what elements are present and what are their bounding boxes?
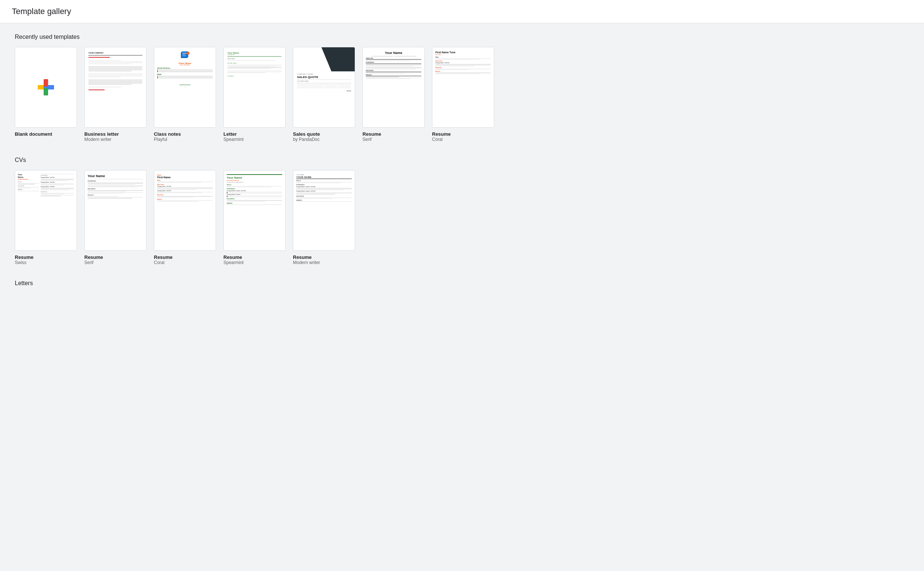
class-notes-preview: Class Notes Date: 09/14/2022 Social Scie… bbox=[154, 47, 216, 127]
cvs-grid: YourName Creative Director Skills Educat… bbox=[15, 170, 909, 265]
template-label-resume-coral: Resume bbox=[432, 131, 451, 137]
template-label-sales-quote: Sales quote bbox=[293, 131, 320, 137]
template-cv-swiss[interactable]: YourName Creative Director Skills Educat… bbox=[15, 170, 77, 265]
letters-section: Letters bbox=[15, 280, 909, 287]
template-thumb-sales-quote[interactable]: COMPANY NAME SALES QUOTE CUSTOMER NAME bbox=[293, 47, 355, 128]
template-sublabel-resume-coral: Coral bbox=[432, 137, 443, 142]
recently-used-grid: Blank document YOUR COMPANY bbox=[15, 47, 909, 142]
template-thumb-cv-coral[interactable]: ROLE First Name Skills Experience Compan… bbox=[154, 170, 216, 251]
template-resume-serif[interactable]: Your Name Objective Experience bbox=[363, 47, 425, 142]
svg-rect-8 bbox=[182, 53, 187, 54]
template-cv-spearmint[interactable]: Your Name Industrial Designer City, Stat… bbox=[224, 170, 285, 265]
page-title: Template gallery bbox=[12, 7, 912, 16]
template-sublabel-cv-swiss: Swiss bbox=[15, 260, 26, 265]
template-sublabel-cv-serif: Serif bbox=[84, 260, 94, 265]
template-label-cv-modern: Resume bbox=[293, 255, 312, 260]
template-thumb-resume-coral[interactable]: First Name Tune Job Title Skills Experie… bbox=[432, 47, 494, 128]
template-cv-serif[interactable]: Your Name EXPERIENCE EDUCATION bbox=[84, 170, 147, 265]
svg-rect-2 bbox=[44, 79, 48, 86]
template-thumb-business-letter[interactable]: YOUR COMPANY bbox=[84, 47, 147, 128]
template-label-cv-serif: Resume bbox=[84, 255, 103, 260]
recently-used-title: Recently used templates bbox=[15, 34, 909, 40]
recently-used-section: Recently used templates Blank document bbox=[15, 34, 909, 142]
template-label-business-letter: Business letter bbox=[84, 131, 119, 137]
template-thumb-cv-modern[interactable]: YOUR NAME YOUR NAME Skills Experience Co… bbox=[293, 170, 355, 251]
template-label-letter: Letter bbox=[224, 131, 237, 137]
template-sales-quote[interactable]: COMPANY NAME SALES QUOTE CUSTOMER NAME bbox=[293, 47, 355, 142]
cv-swiss-preview: YourName Creative Director Skills Educat… bbox=[15, 170, 77, 250]
main-content: Recently used templates Blank document bbox=[0, 23, 924, 310]
template-letter[interactable]: Your Name City, State ZIP Nancy Name Dea… bbox=[224, 47, 285, 142]
template-cv-modern[interactable]: YOUR NAME YOUR NAME Skills Experience Co… bbox=[293, 170, 355, 265]
svg-rect-10 bbox=[182, 56, 186, 56]
letter-preview: Your Name City, State ZIP Nancy Name Dea… bbox=[224, 47, 285, 127]
template-thumb-cv-swiss[interactable]: YourName Creative Director Skills Educat… bbox=[15, 170, 77, 251]
cv-modern-preview: YOUR NAME YOUR NAME Skills Experience Co… bbox=[293, 170, 355, 250]
svg-rect-5 bbox=[48, 85, 54, 90]
template-class-notes[interactable]: Class Notes Date: 09/14/2022 Social Scie… bbox=[154, 47, 216, 142]
letters-title: Letters bbox=[15, 280, 909, 287]
template-thumb-cv-spearmint[interactable]: Your Name Industrial Designer City, Stat… bbox=[224, 170, 285, 251]
cvs-section: CVs YourName Creative Director Skills Ed… bbox=[15, 157, 909, 265]
google-plus-icon bbox=[35, 77, 56, 98]
cv-spearmint-preview: Your Name Industrial Designer City, Stat… bbox=[224, 170, 285, 250]
template-thumb-cv-serif[interactable]: Your Name EXPERIENCE EDUCATION bbox=[84, 170, 147, 251]
resume-coral-preview: First Name Tune Job Title Skills Experie… bbox=[432, 47, 494, 127]
template-sublabel-cv-spearmint: Spearmint bbox=[224, 260, 244, 265]
template-label-cv-coral: Resume bbox=[154, 255, 173, 260]
template-business-letter[interactable]: YOUR COMPANY bbox=[84, 47, 147, 142]
template-sublabel-cv-modern: Modern writer bbox=[293, 260, 320, 265]
template-label-blank: Blank document bbox=[15, 131, 52, 137]
template-sublabel-cv-coral: Coral bbox=[154, 260, 165, 265]
template-label-resume-serif: Resume bbox=[363, 131, 381, 137]
template-sublabel-sales-quote: by PandaDoc bbox=[293, 137, 319, 142]
template-blank[interactable]: Blank document bbox=[15, 47, 77, 142]
template-thumb-resume-serif[interactable]: Your Name Objective Experience bbox=[363, 47, 425, 128]
template-sublabel-class-notes: Playful bbox=[154, 137, 167, 142]
template-thumb-class-notes[interactable]: Class Notes Date: 09/14/2022 Social Scie… bbox=[154, 47, 216, 128]
svg-point-12 bbox=[187, 52, 189, 54]
template-sublabel-letter: Spearmint bbox=[224, 137, 244, 142]
template-thumb-blank[interactable] bbox=[15, 47, 77, 128]
resume-serif-preview: Your Name Objective Experience bbox=[363, 47, 424, 127]
cv-serif-preview: Your Name EXPERIENCE EDUCATION bbox=[85, 170, 146, 250]
template-cv-coral[interactable]: ROLE First Name Skills Experience Compan… bbox=[154, 170, 216, 265]
business-letter-preview: YOUR COMPANY bbox=[85, 47, 146, 127]
template-sublabel-business-letter: Modern writer bbox=[84, 137, 111, 142]
svg-rect-4 bbox=[38, 85, 44, 90]
page-header: Template gallery bbox=[0, 0, 924, 23]
template-thumb-letter[interactable]: Your Name City, State ZIP Nancy Name Dea… bbox=[224, 47, 285, 128]
template-resume-coral[interactable]: First Name Tune Job Title Skills Experie… bbox=[432, 47, 494, 142]
template-sublabel-resume-serif: Serif bbox=[363, 137, 372, 142]
template-label-class-notes: Class notes bbox=[154, 131, 181, 137]
template-label-cv-spearmint: Resume bbox=[224, 255, 242, 260]
cv-coral-preview: ROLE First Name Skills Experience Compan… bbox=[154, 170, 216, 250]
svg-rect-9 bbox=[182, 54, 185, 55]
svg-rect-3 bbox=[44, 88, 48, 96]
template-label-cv-swiss: Resume bbox=[15, 255, 34, 260]
cvs-title: CVs bbox=[15, 157, 909, 164]
